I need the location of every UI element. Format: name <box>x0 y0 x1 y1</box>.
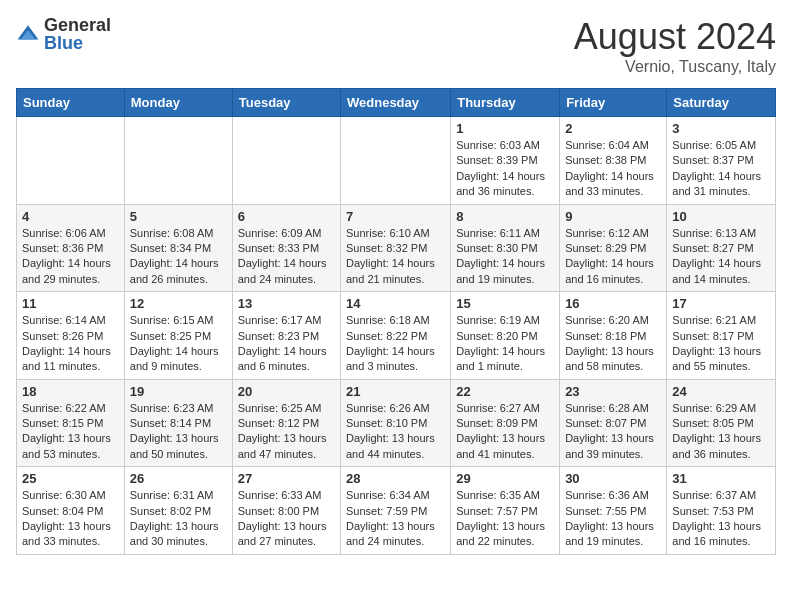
day-info: Sunset: 8:23 PM <box>238 329 335 344</box>
day-info: Sunset: 8:09 PM <box>456 416 554 431</box>
day-info: Daylight: 14 hours and 14 minutes. <box>672 256 770 287</box>
calendar-cell: 27Sunrise: 6:33 AMSunset: 8:00 PMDayligh… <box>232 467 340 555</box>
calendar-week-row: 4Sunrise: 6:06 AMSunset: 8:36 PMDaylight… <box>17 204 776 292</box>
day-info: Daylight: 14 hours and 6 minutes. <box>238 344 335 375</box>
header-day: Tuesday <box>232 89 340 117</box>
day-info: Daylight: 14 hours and 16 minutes. <box>565 256 661 287</box>
day-number: 27 <box>238 471 335 486</box>
day-info: Daylight: 13 hours and 36 minutes. <box>672 431 770 462</box>
day-info: Daylight: 14 hours and 11 minutes. <box>22 344 119 375</box>
day-info: Daylight: 14 hours and 19 minutes. <box>456 256 554 287</box>
day-info: Daylight: 13 hours and 58 minutes. <box>565 344 661 375</box>
day-number: 16 <box>565 296 661 311</box>
day-number: 7 <box>346 209 445 224</box>
day-info: Sunset: 8:36 PM <box>22 241 119 256</box>
day-info: Sunrise: 6:21 AM <box>672 313 770 328</box>
day-info: Sunrise: 6:09 AM <box>238 226 335 241</box>
day-info: Daylight: 14 hours and 9 minutes. <box>130 344 227 375</box>
calendar-cell: 23Sunrise: 6:28 AMSunset: 8:07 PMDayligh… <box>560 379 667 467</box>
calendar-cell <box>232 117 340 205</box>
day-info: Sunrise: 6:30 AM <box>22 488 119 503</box>
day-info: Sunrise: 6:28 AM <box>565 401 661 416</box>
day-info: Sunset: 8:15 PM <box>22 416 119 431</box>
day-number: 15 <box>456 296 554 311</box>
day-info: Daylight: 13 hours and 50 minutes. <box>130 431 227 462</box>
calendar-cell <box>17 117 125 205</box>
day-info: Sunrise: 6:37 AM <box>672 488 770 503</box>
day-number: 24 <box>672 384 770 399</box>
calendar-cell: 5Sunrise: 6:08 AMSunset: 8:34 PMDaylight… <box>124 204 232 292</box>
day-number: 5 <box>130 209 227 224</box>
day-info: Sunset: 8:30 PM <box>456 241 554 256</box>
day-info: Daylight: 13 hours and 41 minutes. <box>456 431 554 462</box>
day-number: 12 <box>130 296 227 311</box>
day-info: Daylight: 13 hours and 22 minutes. <box>456 519 554 550</box>
day-info: Sunrise: 6:10 AM <box>346 226 445 241</box>
day-info: Daylight: 13 hours and 27 minutes. <box>238 519 335 550</box>
day-number: 11 <box>22 296 119 311</box>
day-info: Sunset: 8:38 PM <box>565 153 661 168</box>
calendar-cell: 17Sunrise: 6:21 AMSunset: 8:17 PMDayligh… <box>667 292 776 380</box>
day-info: Daylight: 14 hours and 3 minutes. <box>346 344 445 375</box>
day-info: Sunrise: 6:26 AM <box>346 401 445 416</box>
day-number: 23 <box>565 384 661 399</box>
day-info: Sunrise: 6:20 AM <box>565 313 661 328</box>
day-info: Sunset: 7:53 PM <box>672 504 770 519</box>
day-info: Sunrise: 6:27 AM <box>456 401 554 416</box>
calendar-cell: 25Sunrise: 6:30 AMSunset: 8:04 PMDayligh… <box>17 467 125 555</box>
day-info: Daylight: 13 hours and 47 minutes. <box>238 431 335 462</box>
day-number: 10 <box>672 209 770 224</box>
day-info: Sunset: 8:33 PM <box>238 241 335 256</box>
day-info: Sunset: 8:29 PM <box>565 241 661 256</box>
day-number: 26 <box>130 471 227 486</box>
calendar-cell: 11Sunrise: 6:14 AMSunset: 8:26 PMDayligh… <box>17 292 125 380</box>
day-info: Daylight: 13 hours and 44 minutes. <box>346 431 445 462</box>
calendar-week-row: 25Sunrise: 6:30 AMSunset: 8:04 PMDayligh… <box>17 467 776 555</box>
day-info: Sunset: 8:22 PM <box>346 329 445 344</box>
day-info: Sunrise: 6:29 AM <box>672 401 770 416</box>
header-day: Sunday <box>17 89 125 117</box>
day-info: Daylight: 13 hours and 30 minutes. <box>130 519 227 550</box>
calendar-week-row: 18Sunrise: 6:22 AMSunset: 8:15 PMDayligh… <box>17 379 776 467</box>
day-number: 2 <box>565 121 661 136</box>
calendar-cell: 30Sunrise: 6:36 AMSunset: 7:55 PMDayligh… <box>560 467 667 555</box>
day-info: Daylight: 13 hours and 19 minutes. <box>565 519 661 550</box>
day-number: 6 <box>238 209 335 224</box>
day-info: Daylight: 13 hours and 55 minutes. <box>672 344 770 375</box>
calendar-cell: 3Sunrise: 6:05 AMSunset: 8:37 PMDaylight… <box>667 117 776 205</box>
day-info: Daylight: 14 hours and 24 minutes. <box>238 256 335 287</box>
calendar-week-row: 1Sunrise: 6:03 AMSunset: 8:39 PMDaylight… <box>17 117 776 205</box>
calendar-cell: 19Sunrise: 6:23 AMSunset: 8:14 PMDayligh… <box>124 379 232 467</box>
day-info: Sunrise: 6:12 AM <box>565 226 661 241</box>
day-number: 14 <box>346 296 445 311</box>
day-info: Sunset: 7:59 PM <box>346 504 445 519</box>
calendar-cell: 10Sunrise: 6:13 AMSunset: 8:27 PMDayligh… <box>667 204 776 292</box>
logo-text: General Blue <box>44 16 111 52</box>
day-number: 18 <box>22 384 119 399</box>
day-number: 21 <box>346 384 445 399</box>
day-info: Sunset: 8:07 PM <box>565 416 661 431</box>
day-info: Sunset: 8:05 PM <box>672 416 770 431</box>
title-block: August 2024 Vernio, Tuscany, Italy <box>574 16 776 76</box>
day-info: Sunrise: 6:13 AM <box>672 226 770 241</box>
logo: General Blue <box>16 16 111 52</box>
header-day: Friday <box>560 89 667 117</box>
calendar-week-row: 11Sunrise: 6:14 AMSunset: 8:26 PMDayligh… <box>17 292 776 380</box>
day-info: Sunset: 7:55 PM <box>565 504 661 519</box>
day-info: Sunrise: 6:04 AM <box>565 138 661 153</box>
calendar-cell: 18Sunrise: 6:22 AMSunset: 8:15 PMDayligh… <box>17 379 125 467</box>
day-info: Sunset: 8:34 PM <box>130 241 227 256</box>
header-day: Monday <box>124 89 232 117</box>
header-day: Saturday <box>667 89 776 117</box>
calendar-cell: 28Sunrise: 6:34 AMSunset: 7:59 PMDayligh… <box>341 467 451 555</box>
day-info: Daylight: 13 hours and 33 minutes. <box>22 519 119 550</box>
calendar-cell: 14Sunrise: 6:18 AMSunset: 8:22 PMDayligh… <box>341 292 451 380</box>
day-info: Sunset: 8:39 PM <box>456 153 554 168</box>
day-number: 30 <box>565 471 661 486</box>
day-info: Sunrise: 6:19 AM <box>456 313 554 328</box>
calendar-cell: 16Sunrise: 6:20 AMSunset: 8:18 PMDayligh… <box>560 292 667 380</box>
day-info: Sunrise: 6:14 AM <box>22 313 119 328</box>
calendar-cell: 31Sunrise: 6:37 AMSunset: 7:53 PMDayligh… <box>667 467 776 555</box>
day-info: Sunrise: 6:08 AM <box>130 226 227 241</box>
day-info: Daylight: 14 hours and 31 minutes. <box>672 169 770 200</box>
